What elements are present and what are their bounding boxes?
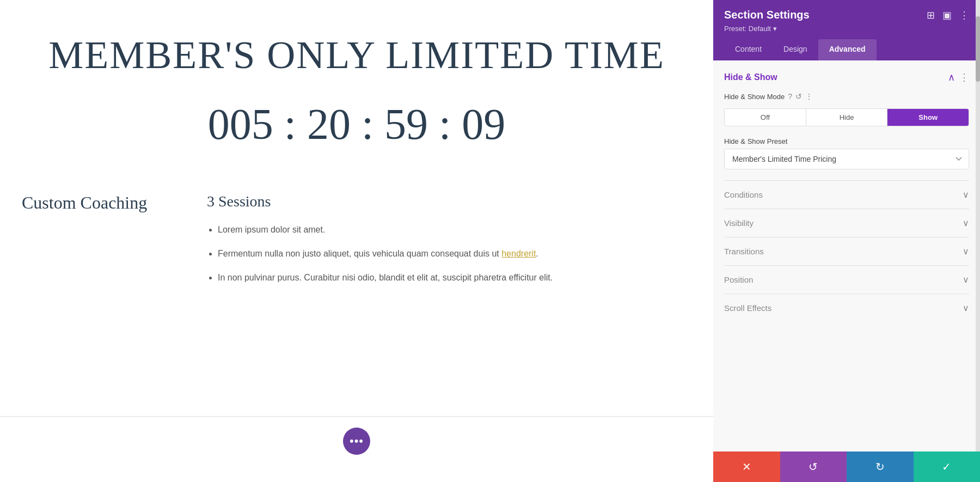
- conditions-section: Conditions ∨: [724, 180, 969, 209]
- toggle-show[interactable]: Show: [887, 109, 969, 126]
- save-icon: ✓: [942, 460, 951, 473]
- tab-content[interactable]: Content: [724, 39, 773, 60]
- scrollbar-track: [976, 0, 980, 452]
- transitions-arrow: ∨: [963, 246, 969, 257]
- cancel-icon: ✕: [742, 460, 751, 473]
- list-item: Lorem ipsum dolor sit amet.: [218, 223, 691, 236]
- scroll-effects-title: Scroll Effects: [724, 303, 771, 313]
- scroll-effects-arrow: ∨: [963, 303, 969, 313]
- conditions-arrow: ∨: [963, 190, 969, 200]
- position-title: Position: [724, 275, 753, 284]
- preset-label-text: Hide & Show Preset: [724, 137, 969, 145]
- position-section: Position ∨: [724, 265, 969, 294]
- hide-show-section: Hide & Show ∧ ⋮ Hide & Show Mode ? ↺ ⋮ O…: [724, 71, 969, 169]
- main-content: MEMBER'S ONLY LIMITED TIME 005 : 20 : 59…: [0, 0, 713, 482]
- panel-header-icons: ⊞ ▣ ⋮: [927, 9, 969, 21]
- preset-label[interactable]: Preset: Default ▾: [724, 25, 777, 33]
- toggle-off[interactable]: Off: [725, 109, 806, 126]
- fab-button[interactable]: •••: [343, 428, 370, 455]
- cancel-button[interactable]: ✕: [713, 452, 780, 482]
- sessions-title: 3 Sessions: [207, 193, 691, 210]
- countdown-sep-1: :: [362, 100, 373, 149]
- tab-advanced[interactable]: Advanced: [818, 39, 877, 60]
- section-menu-button[interactable]: ⋮: [959, 71, 969, 83]
- transitions-header[interactable]: Transitions ∨: [724, 246, 969, 257]
- visibility-arrow: ∨: [963, 218, 969, 228]
- countdown-part-0: 005: [208, 100, 273, 149]
- bottom-section: Custom Coaching 3 Sessions Lorem ipsum d…: [22, 193, 691, 284]
- fab-icon: •••: [350, 434, 364, 448]
- panel-header-top: Section Settings ⊞ ▣ ⋮: [724, 9, 969, 21]
- position-header[interactable]: Position ∨: [724, 274, 969, 285]
- sessions-list: Lorem ipsum dolor sit amet. Fermentum nu…: [207, 223, 691, 284]
- countdown-sep-0: :: [284, 100, 296, 149]
- layout-icon[interactable]: ▣: [942, 9, 952, 21]
- preset-row: Hide & Show Preset Member's Limited Time…: [724, 137, 969, 169]
- visibility-header[interactable]: Visibility ∨: [724, 218, 969, 228]
- scrollbar-thumb[interactable]: [976, 16, 980, 82]
- redo-icon: ↻: [875, 460, 885, 473]
- coaching-title: Custom Coaching: [22, 193, 174, 284]
- scroll-effects-header[interactable]: Scroll Effects ∨: [724, 303, 969, 313]
- mode-menu-icon[interactable]: ⋮: [805, 92, 813, 101]
- mode-label: Hide & Show Mode ? ↺ ⋮: [724, 92, 813, 101]
- countdown: 005 : 20 : 59 : 09: [208, 100, 506, 149]
- panel-title: Section Settings: [724, 9, 810, 21]
- collapse-button[interactable]: ∧: [948, 71, 955, 83]
- transitions-title: Transitions: [724, 247, 764, 256]
- save-button[interactable]: ✓: [914, 452, 981, 482]
- panel-header: Section Settings ⊞ ▣ ⋮ Preset: Default ▾…: [713, 0, 980, 60]
- panel-tabs: Content Design Advanced: [724, 39, 969, 60]
- help-icon[interactable]: ?: [788, 92, 792, 101]
- more-icon[interactable]: ⋮: [959, 9, 969, 21]
- hide-show-mode-row: Hide & Show Mode ? ↺ ⋮: [724, 92, 969, 101]
- hide-show-title: Hide & Show: [724, 72, 777, 82]
- conditions-title: Conditions: [724, 190, 763, 199]
- list-item: In non pulvinar purus. Curabitur nisi od…: [218, 271, 691, 284]
- countdown-sep-2: :: [439, 100, 451, 149]
- transitions-section: Transitions ∨: [724, 237, 969, 265]
- countdown-part-2: 59: [384, 100, 428, 149]
- redo-button[interactable]: ↻: [847, 452, 914, 482]
- scroll-effects-section: Scroll Effects ∨: [724, 294, 969, 322]
- panel-body[interactable]: Hide & Show ∧ ⋮ Hide & Show Mode ? ↺ ⋮ O…: [713, 60, 980, 452]
- mode-label-text: Hide & Show Mode: [724, 93, 785, 101]
- countdown-part-3: 09: [462, 100, 505, 149]
- preset-select[interactable]: Member's Limited Time Pricing: [724, 149, 969, 169]
- position-arrow: ∨: [963, 274, 969, 285]
- mode-toggle-group: Off Hide Show: [724, 108, 969, 126]
- panel-toolbar: ✕ ↺ ↻ ✓: [713, 452, 980, 482]
- countdown-part-1: 20: [307, 100, 351, 149]
- section-actions: ∧ ⋮: [948, 71, 969, 83]
- resize-icon[interactable]: ⊞: [927, 9, 935, 21]
- tab-design[interactable]: Design: [773, 39, 818, 60]
- panel-preset[interactable]: Preset: Default ▾: [724, 25, 969, 33]
- sessions-content: 3 Sessions Lorem ipsum dolor sit amet. F…: [207, 193, 691, 284]
- reset-button[interactable]: ↺: [780, 452, 847, 482]
- hero-title: MEMBER'S ONLY LIMITED TIME: [48, 33, 665, 78]
- section-header: Hide & Show ∧ ⋮: [724, 71, 969, 83]
- conditions-header[interactable]: Conditions ∨: [724, 190, 969, 200]
- divider: [0, 416, 713, 417]
- visibility-section: Visibility ∨: [724, 209, 969, 237]
- reset-mode-icon[interactable]: ↺: [795, 92, 802, 101]
- toggle-hide[interactable]: Hide: [806, 109, 888, 126]
- reset-icon: ↺: [808, 460, 818, 473]
- visibility-title: Visibility: [724, 218, 754, 228]
- list-item: Fermentum nulla non justo aliquet, quis …: [218, 247, 691, 260]
- right-panel: Section Settings ⊞ ▣ ⋮ Preset: Default ▾…: [713, 0, 980, 482]
